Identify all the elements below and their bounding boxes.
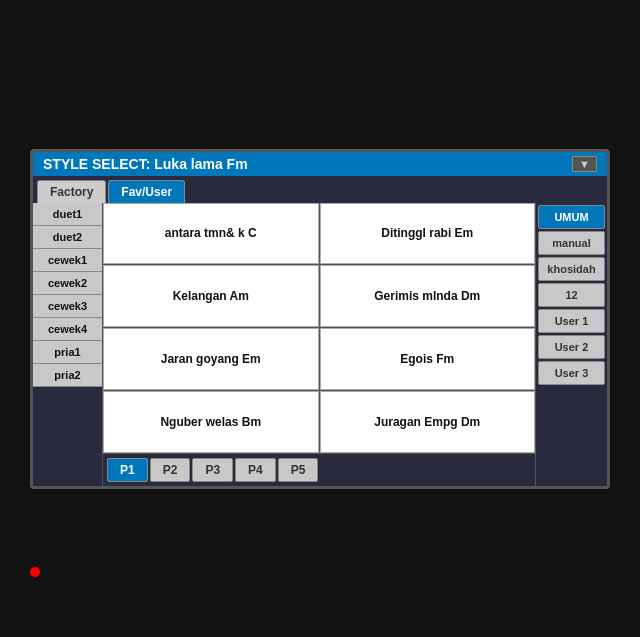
tab-factory[interactable]: Factory — [37, 180, 106, 203]
song-cell-3[interactable]: Kelangan Am — [103, 265, 319, 327]
left-btn-cewek4[interactable]: cewek4 — [33, 318, 102, 341]
right-btn-khosidah[interactable]: khosidah — [538, 257, 605, 281]
right-btn-12[interactable]: 12 — [538, 283, 605, 307]
song-cell-4[interactable]: Gerimis mlnda Dm — [320, 265, 536, 327]
left-column: duet1 duet2 cewek1 cewek2 cewek3 cewek4 … — [33, 203, 103, 486]
right-btn-umum[interactable]: UMUM — [538, 205, 605, 229]
red-dot-indicator — [30, 567, 40, 577]
style-select-screen: STYLE SELECT: Luka lama Fm ▼ Factory Fav… — [30, 149, 610, 489]
left-btn-pria2[interactable]: pria2 — [33, 364, 102, 387]
song-cell-5[interactable]: Jaran goyang Em — [103, 328, 319, 390]
left-btn-duet1[interactable]: duet1 — [33, 203, 102, 226]
right-column: UMUM manual khosidah 12 User 1 User 2 Us… — [535, 203, 607, 486]
song-cell-2[interactable]: Ditinggl rabi Em — [320, 203, 536, 265]
dropdown-arrow[interactable]: ▼ — [572, 156, 597, 172]
page-btn-p3[interactable]: P3 — [192, 458, 233, 482]
title-text: STYLE SELECT: Luka lama Fm — [43, 156, 248, 172]
main-area: duet1 duet2 cewek1 cewek2 cewek3 cewek4 … — [33, 203, 607, 486]
left-btn-duet2[interactable]: duet2 — [33, 226, 102, 249]
tabs-row: Factory Fav/User — [33, 176, 607, 203]
title-bar: STYLE SELECT: Luka lama Fm ▼ — [33, 152, 607, 176]
left-btn-pria1[interactable]: pria1 — [33, 341, 102, 364]
page-btn-p2[interactable]: P2 — [150, 458, 191, 482]
right-btn-user1[interactable]: User 1 — [538, 309, 605, 333]
song-cell-1[interactable]: antara tmn& k C — [103, 203, 319, 265]
left-btn-cewek1[interactable]: cewek1 — [33, 249, 102, 272]
right-btn-user2[interactable]: User 2 — [538, 335, 605, 359]
right-btn-manual[interactable]: manual — [538, 231, 605, 255]
left-btn-cewek2[interactable]: cewek2 — [33, 272, 102, 295]
song-cell-8[interactable]: Juragan Empg Dm — [320, 391, 536, 453]
songs-grid: antara tmn& k C Ditinggl rabi Em Kelanga… — [103, 203, 535, 454]
page-btn-p1[interactable]: P1 — [107, 458, 148, 482]
page-btn-p5[interactable]: P5 — [278, 458, 319, 482]
pagination-row: P1 P2 P3 P4 P5 — [103, 454, 535, 486]
right-btn-user3[interactable]: User 3 — [538, 361, 605, 385]
song-cell-7[interactable]: Nguber welas Bm — [103, 391, 319, 453]
page-btn-p4[interactable]: P4 — [235, 458, 276, 482]
song-cell-6[interactable]: Egois Fm — [320, 328, 536, 390]
left-btn-cewek3[interactable]: cewek3 — [33, 295, 102, 318]
tab-fav-user[interactable]: Fav/User — [108, 180, 185, 203]
center-area: antara tmn& k C Ditinggl rabi Em Kelanga… — [103, 203, 535, 486]
